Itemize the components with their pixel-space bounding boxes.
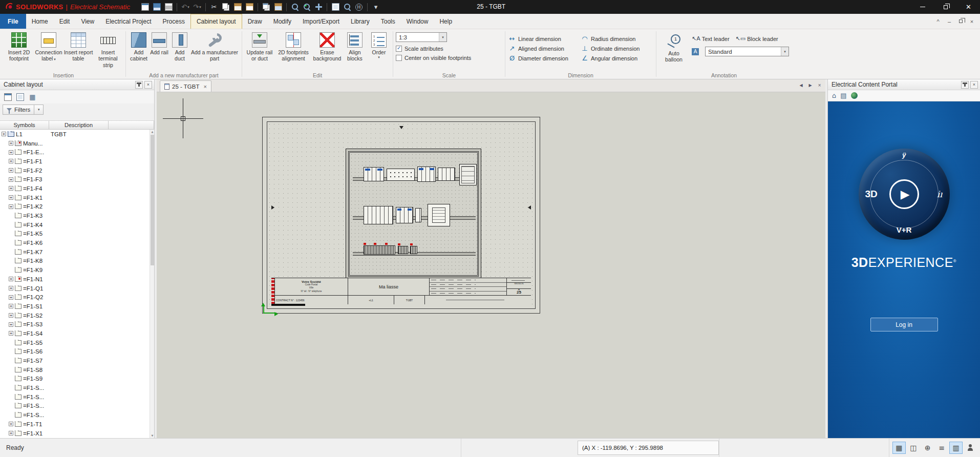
print-icon[interactable] <box>163 2 174 13</box>
close-button[interactable]: ✕ <box>957 0 980 14</box>
tree-row[interactable]: =F1-S... <box>0 392 150 402</box>
annotation-standard-select[interactable]: Standard ▾ <box>705 47 789 56</box>
expand-icon[interactable]: + <box>9 431 13 435</box>
tree-row[interactable]: +=F1-F1 <box>0 157 150 166</box>
terminal-strip[interactable] <box>398 246 408 254</box>
text-leader-button[interactable]: ↖A Text leader <box>692 35 730 42</box>
paste-formatting-icon[interactable] <box>272 2 284 13</box>
diameter-dimension-button[interactable]: ØDiameter dimension <box>508 54 581 62</box>
expand-icon[interactable]: + <box>9 313 13 318</box>
chevron-down-icon[interactable]: ▾ <box>187 5 189 9</box>
fuse-holder-group[interactable] <box>387 169 415 181</box>
terminal-strip[interactable] <box>410 246 417 254</box>
tree-row[interactable]: +=F1-S2 <box>0 311 150 320</box>
special-paste-icon[interactable] <box>244 2 255 13</box>
paste-icon[interactable] <box>232 2 243 13</box>
order-button[interactable]: Order▾ <box>368 30 390 59</box>
tree-row[interactable]: +=F1-N1 <box>0 275 150 284</box>
pin-icon[interactable] <box>961 81 969 89</box>
tree-row[interactable]: +=F1-K2 <box>0 202 150 212</box>
chevron-down-icon[interactable]: ▾ <box>378 55 380 59</box>
angular-dimension-button[interactable]: ∠Angular dimension <box>581 54 653 62</box>
tree-row[interactable]: =F1-K9 <box>0 265 150 275</box>
tree-row[interactable]: =F1-S8 <box>0 365 150 375</box>
cabinet-outline[interactable] <box>346 149 481 279</box>
drawing-sheet[interactable]: Votre Société Code Postal Ville N° tél :… <box>262 117 540 314</box>
quick-access-options-caret[interactable]: ▾ <box>370 2 381 13</box>
restore-button[interactable] <box>934 0 957 14</box>
expand-icon[interactable]: + <box>9 141 13 146</box>
insert-2d-footprint-button[interactable]: Insert 2D footprint <box>4 30 34 62</box>
tree-row[interactable]: +=F1-Q1 <box>0 284 150 293</box>
menu-home[interactable]: Home <box>26 14 54 29</box>
tree-row[interactable]: =F1-K7 <box>0 247 150 257</box>
menu-process[interactable]: Process <box>157 14 190 29</box>
log-in-button[interactable]: Log in <box>870 318 938 331</box>
tree-row[interactable]: =F1-K6 <box>0 238 150 247</box>
tab-scroll-left-icon[interactable]: ◀ <box>797 81 805 89</box>
scale-select[interactable]: 1:3 ▾ <box>396 32 447 42</box>
breaker-group[interactable] <box>438 168 455 181</box>
expand-icon[interactable]: + <box>9 331 13 336</box>
redraw-icon[interactable] <box>330 2 341 13</box>
tree-scrollbar[interactable]: ▲ ▼ <box>150 130 154 438</box>
chevron-down-icon[interactable]: ▾ <box>781 47 789 56</box>
align-blocks-button[interactable]: Align blocks <box>342 30 368 62</box>
breaker-group[interactable] <box>417 167 436 182</box>
expand-icon[interactable]: + <box>2 132 6 136</box>
tree-row[interactable]: =F1-S... <box>0 410 150 420</box>
menu-cabinet-layout[interactable]: Cabinet layout <box>190 14 242 29</box>
tree-row[interactable]: +Manu... <box>0 139 150 148</box>
assistant-icon[interactable] <box>964 442 977 454</box>
pan-icon[interactable] <box>313 2 324 13</box>
zoom-fit-icon[interactable] <box>301 2 312 13</box>
scroll-down-icon[interactable]: ▼ <box>150 433 154 438</box>
radius-dimension-button[interactable]: ◠Radius dimension <box>581 35 653 43</box>
menu-view[interactable]: View <box>75 14 100 29</box>
save-icon[interactable] <box>151 2 162 13</box>
snap-toggle-icon[interactable]: ◫ <box>907 442 920 454</box>
tree-row[interactable]: +=F1-S4 <box>0 329 150 338</box>
breaker-group[interactable] <box>364 167 384 181</box>
grid-toggle-icon[interactable]: ▦ <box>892 442 906 454</box>
list-icon[interactable]: ▤ <box>840 92 846 99</box>
breaker[interactable] <box>415 208 421 222</box>
center-on-footprints-checkbox[interactable]: Center on visible footprints <box>396 55 502 61</box>
terminal-strip[interactable] <box>364 245 395 255</box>
panel-toggle-icon[interactable]: ▥ <box>949 442 963 454</box>
help-icon[interactable]: H <box>353 2 365 13</box>
scroll-up-icon[interactable]: ▲ <box>150 130 154 134</box>
column-header-symbols[interactable]: Symbols <box>0 121 49 129</box>
distribution-block[interactable] <box>459 164 477 185</box>
update-rail-or-duct-button[interactable]: Update rail or duct <box>245 30 274 62</box>
menu-window[interactable]: Window <box>401 14 434 29</box>
filters-caret-icon[interactable]: ▾ <box>34 105 44 115</box>
menu-modify[interactable]: Modify <box>268 14 297 29</box>
ribbon-collapse-icon[interactable]: ^ <box>934 17 942 26</box>
add-a-manufacturer-part-button[interactable]: Add a manufacturer part <box>190 30 239 62</box>
insert-report-table-button[interactable]: Insert report table <box>63 30 93 62</box>
pin-icon[interactable] <box>135 81 143 89</box>
expand-icon[interactable]: + <box>9 277 13 281</box>
redo-icon[interactable]: ↷▾ <box>191 2 203 13</box>
grid-view-icon[interactable]: ▦ <box>27 92 38 102</box>
project-manager-icon[interactable] <box>139 2 151 13</box>
expand-icon[interactable]: + <box>9 177 13 182</box>
tabbar-close-icon[interactable]: × <box>816 81 823 89</box>
expand-icon[interactable]: + <box>9 159 13 163</box>
menu-import-export[interactable]: Import/Export <box>297 14 345 29</box>
tree-row[interactable]: +=F1-T1 <box>0 420 150 429</box>
tree-row[interactable]: =F1-S7 <box>0 356 150 365</box>
search-icon[interactable] <box>342 2 353 13</box>
chevron-down-icon[interactable]: ▾ <box>439 33 446 41</box>
expand-icon[interactable]: + <box>9 195 13 200</box>
erase-background-button[interactable]: Erase background <box>312 30 342 62</box>
cabinet-preview-icon[interactable] <box>15 92 26 102</box>
tree-row[interactable]: =F1-K3 <box>0 211 150 220</box>
add-rail-button[interactable]: Add rail <box>149 30 169 55</box>
tree-row[interactable]: +=F1-F4 <box>0 184 150 193</box>
copy-formatting-icon[interactable] <box>261 2 272 13</box>
filters-button[interactable]: Filters <box>3 105 34 115</box>
zoom-window-icon[interactable] <box>289 2 301 13</box>
child-minimize-icon[interactable]: – <box>945 17 953 26</box>
